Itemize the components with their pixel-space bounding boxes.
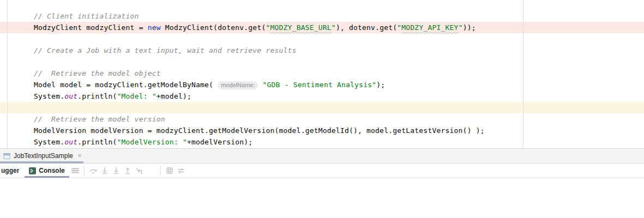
close-tab-icon[interactable]: ✕ [77, 153, 82, 159]
layout-settings-button[interactable] [177, 166, 185, 175]
code-segment-plain [258, 81, 262, 89]
code-segment-plain: +modelVersion); [187, 138, 252, 146]
code-segment-comment: // Create a Job with a text input, wait … [34, 46, 297, 55]
code-segment-string_typo: MODZY_API_KEY [401, 23, 458, 32]
code-segment-plain: Model model = modzyClient.getModelByName… [34, 81, 218, 89]
gutter-separator [7, 0, 8, 148]
code-line-5[interactable] [34, 56, 644, 68]
code-segment-string: " [332, 23, 336, 32]
console-icon [29, 167, 36, 174]
sliders-icon [177, 166, 185, 175]
code-line-2[interactable]: ModzyClient modzyClient = new ModzyClien… [34, 22, 644, 33]
options-menu-button[interactable] [71, 166, 80, 175]
calculator-grid-icon [165, 166, 174, 175]
code-line-3[interactable] [34, 33, 644, 45]
step-into-icon [100, 166, 109, 175]
step-over-button[interactable] [89, 166, 98, 175]
debugger-toolbar [71, 164, 185, 178]
code-segment-plain: System. [34, 92, 64, 100]
code-segment-string: "ModelVersion: " [117, 138, 187, 146]
hamburger-icon [71, 166, 80, 175]
code-segment-plain: .println( [77, 138, 117, 146]
debug-view-tabbar: ugger Console [0, 164, 644, 178]
code-segment-plain: +model); [157, 92, 191, 100]
code-line-10[interactable]: // Retrieve the model version [34, 113, 644, 125]
run-to-cursor-button[interactable] [135, 166, 143, 175]
tab-console[interactable]: Console [25, 164, 69, 178]
code-segment-field: out [64, 138, 77, 146]
code-segment-plain: ), dotenv.get( [336, 23, 397, 32]
force-step-into-button[interactable] [112, 166, 121, 175]
code-segment-plain: ModzyClient modzyClient = [34, 23, 148, 32]
code-segment-plain: ModzyClient(dotenv.get( [161, 23, 266, 32]
code-line-9[interactable] [34, 102, 644, 113]
code-editor[interactable]: // Client initializationModzyClient modz… [0, 0, 644, 149]
selected-view-tab-underline [25, 176, 69, 178]
code-segment-string_typo: MODZY_BASE_URL [270, 23, 331, 32]
console-output-area[interactable] [0, 178, 644, 218]
code-segment-plain: .println( [77, 92, 117, 100]
parameter-name-hint: modelName: [218, 81, 258, 89]
code-segment-field: out [64, 92, 77, 100]
code-line-6[interactable]: // Retrieve the model object [34, 68, 644, 79]
session-tab-label: JobTextInputSample [14, 152, 73, 160]
code-segment-string: "Model: " [117, 92, 157, 100]
step-out-icon [123, 166, 132, 175]
step-out-button[interactable] [123, 166, 132, 175]
evaluate-expression-button[interactable] [165, 166, 174, 175]
code-segment-comment: // Retrieve the model version [34, 115, 165, 123]
code-segment-plain: )); [463, 23, 476, 32]
step-into-button[interactable] [100, 166, 109, 175]
code-segment-plain: ); [376, 81, 385, 89]
force-step-into-icon [112, 166, 121, 175]
code-line-1[interactable]: // Client initialization [34, 10, 644, 22]
run-to-cursor-icon [135, 166, 143, 175]
code-line-8[interactable]: System.out.println("Model: "+model); [34, 90, 644, 102]
toolbar-separator [84, 166, 85, 175]
ide-window: // Client initializationModzyClient modz… [0, 0, 644, 218]
console-tab-label: Console [39, 167, 64, 174]
session-tab-jobtextinputsample[interactable]: JobTextInputSample ✕ [0, 149, 83, 163]
step-over-icon [89, 166, 98, 175]
code-line-4[interactable]: // Create a Job with a text input, wait … [34, 45, 644, 56]
code-line-7[interactable]: Model model = modzyClient.getModelByName… [34, 79, 644, 90]
code-segment-keyword: new [148, 23, 161, 32]
code-segment-plain: System. [34, 138, 64, 146]
code-segment-plain: ModelVersion modelVersion = modzyClient.… [34, 126, 485, 135]
run-window-icon [3, 153, 10, 160]
code-line-11[interactable]: ModelVersion modelVersion = modzyClient.… [34, 125, 644, 136]
code-line-12[interactable]: System.out.println("ModelVersion: "+mode… [34, 136, 644, 148]
tab-debugger-partial[interactable]: ugger [1, 164, 19, 178]
code-segment-comment: // Client initialization [34, 12, 139, 20]
toolbar-separator [160, 166, 161, 175]
debug-session-tabbar: JobTextInputSample ✕ [0, 149, 644, 164]
code-segment-string: " [459, 23, 463, 32]
code-segment-string: "GDB - Sentiment Analysis" [263, 81, 377, 89]
code-area[interactable]: // Client initializationModzyClient modz… [34, 10, 644, 148]
code-segment-comment: // Retrieve the model object [34, 69, 161, 77]
